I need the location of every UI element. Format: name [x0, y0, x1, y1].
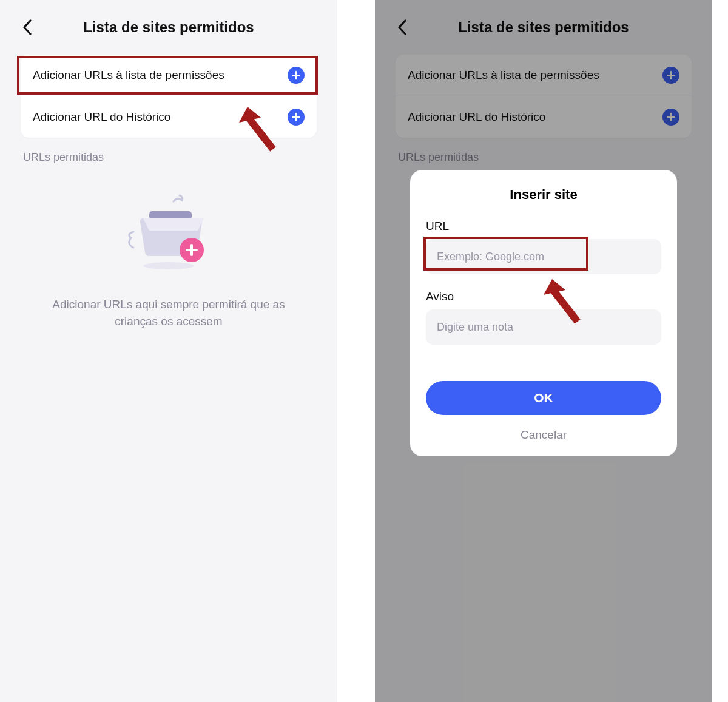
note-input[interactable] [426, 309, 661, 345]
add-url-from-history-row[interactable]: Adicionar URL do Histórico [21, 96, 317, 138]
url-field-group: URL [426, 220, 661, 274]
plus-icon [288, 109, 305, 126]
phone-right: Lista de sites permitidos Adicionar URLs… [375, 0, 712, 702]
empty-state-text: Adicionar URLs aqui sempre permitirá que… [41, 296, 296, 329]
header: Lista de sites permitidos [0, 0, 337, 55]
gap [362, 0, 375, 702]
screenshot-divider [349, 0, 362, 702]
plus-icon [288, 67, 305, 84]
note-field-group: Aviso [426, 290, 661, 345]
empty-state: Adicionar URLs aqui sempre permitirá que… [0, 164, 337, 329]
note-label: Aviso [426, 290, 661, 303]
row-label: Adicionar URL do Histórico [33, 110, 170, 124]
ok-button[interactable]: OK [426, 381, 661, 415]
back-button[interactable] [18, 18, 36, 36]
insert-site-modal: Inserir site URL Aviso OK Cancelar [410, 170, 677, 456]
section-label: URLs permitidas [23, 151, 314, 164]
add-urls-allowlist-row[interactable]: Adicionar URLs à lista de permissões [21, 55, 317, 96]
options-card: Adicionar URLs à lista de permissões Adi… [21, 55, 317, 138]
chevron-left-icon [22, 19, 32, 35]
url-input[interactable] [426, 239, 661, 274]
page-title: Lista de sites permitidos [83, 19, 254, 36]
url-label: URL [426, 220, 661, 233]
empty-folder-illustration [120, 194, 217, 273]
phone-left: Lista de sites permitidos Adicionar URLs… [0, 0, 337, 702]
modal-title: Inserir site [426, 187, 661, 203]
svg-rect-0 [149, 211, 192, 220]
dual-screenshot-container: Lista de sites permitidos Adicionar URLs… [0, 0, 728, 702]
svg-point-2 [143, 262, 194, 269]
row-label: Adicionar URLs à lista de permissões [33, 69, 224, 82]
cancel-button[interactable]: Cancelar [426, 420, 661, 444]
